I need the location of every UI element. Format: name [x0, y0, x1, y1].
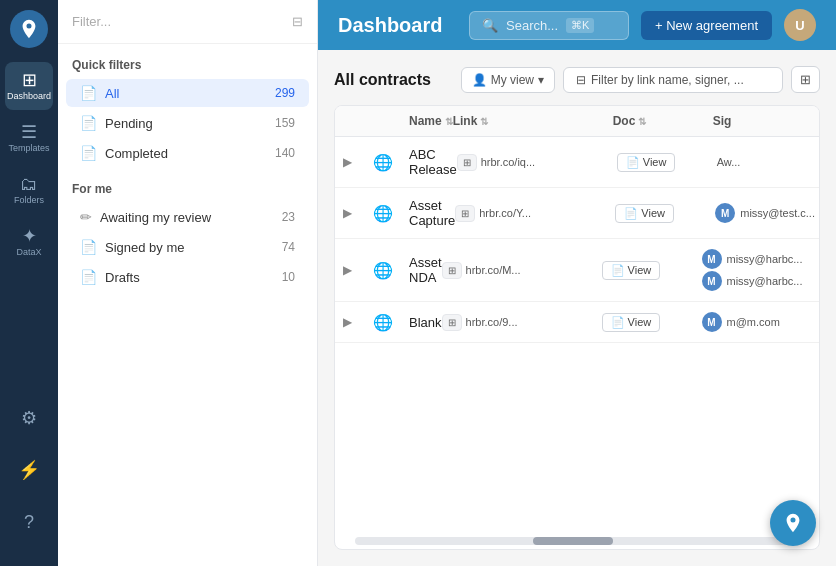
lightning-icon: ⚡ [18, 461, 40, 479]
signer-avatar: M [702, 249, 722, 269]
filter-label: All [105, 86, 267, 101]
filter-label: Awaiting my review [100, 210, 274, 225]
sidebar-item-label: DataX [16, 247, 41, 257]
filter-count: 299 [275, 86, 295, 100]
signer-email: missy@harbc... [727, 275, 803, 287]
col-link: Link ⇅ [453, 114, 613, 128]
table-row[interactable]: ▶ 🌐 Blank ⊞ hrbr.co/9... 📄 View M m@m.co… [335, 302, 819, 343]
table-row[interactable]: ▶ 🌐 Asset Capture ⊞ hrbr.co/Y... 📄 View … [335, 188, 819, 239]
filter-bar: Filter... ⊟ [58, 0, 317, 44]
signed-icon: 📄 [80, 239, 97, 255]
contracts-title: All contracts [334, 71, 431, 89]
filter-count: 140 [275, 146, 295, 160]
filter-pending[interactable]: 📄 Pending 159 [66, 109, 309, 137]
expand-icon[interactable]: ▶ [343, 155, 373, 169]
filter-signed-by-me[interactable]: 📄 Signed by me 74 [66, 233, 309, 261]
filter-link-button[interactable]: ⊟ Filter by link name, signer, ... [563, 67, 783, 93]
scrollbar[interactable] [355, 537, 799, 545]
contract-name: Asset Capture [409, 198, 455, 228]
filter-placeholder: Filter by link name, signer, ... [591, 73, 744, 87]
signer-cell: Aw... [717, 156, 819, 168]
new-agreement-button[interactable]: + New agreement [641, 11, 772, 40]
filter-label: Drafts [105, 270, 274, 285]
sidebar-item-help[interactable]: ? [5, 498, 53, 546]
filter-all[interactable]: 📄 All 299 [66, 79, 309, 107]
expand-icon[interactable]: ▶ [343, 315, 373, 329]
view-doc-button[interactable]: 📄 View [602, 313, 661, 332]
signer-cell: M missy@test.c... [715, 203, 819, 223]
sort-icon[interactable]: ⇅ [445, 116, 453, 127]
signer-cell: M missy@harbc... M missy@harbc... [702, 249, 819, 291]
toolbar: 👤 My view ▾ ⊟ Filter by link name, signe… [461, 66, 820, 93]
drafts-icon: 📄 [80, 269, 97, 285]
expand-icon[interactable]: ▶ [343, 206, 373, 220]
contracts-header: All contracts 👤 My view ▾ ⊟ Filter by li… [334, 66, 820, 93]
filter-icon[interactable]: ⊟ [292, 14, 303, 29]
sidebar-item-datax[interactable]: ✦ DataX [5, 218, 53, 266]
link-icon-button[interactable]: ⊞ [442, 262, 462, 279]
col-name: Name ⇅ [409, 114, 453, 128]
sort-icon[interactable]: ⇅ [638, 116, 646, 127]
filter-completed[interactable]: 📄 Completed 140 [66, 139, 309, 167]
globe-icon: 🌐 [373, 204, 409, 223]
link-icon-button[interactable]: ⊞ [442, 314, 462, 331]
doc-cell: 📄 View [615, 204, 715, 223]
signer-chip: M missy@harbc... [702, 249, 819, 269]
fab-button[interactable] [770, 500, 816, 546]
filter-count: 159 [275, 116, 295, 130]
all-icon: 📄 [80, 85, 97, 101]
col-signer: Sig [713, 114, 820, 128]
top-header: Dashboard 🔍 Search... ⌘K + New agreement… [318, 0, 836, 50]
globe-icon: 🌐 [373, 313, 409, 332]
globe-icon: 🌐 [373, 261, 409, 280]
sidebar-item-integrations[interactable]: ⚡ [5, 446, 53, 494]
completed-icon: 📄 [80, 145, 97, 161]
table-header: Name ⇅ Link ⇅ Doc ⇅ Sig [335, 106, 819, 137]
for-me-title: For me [58, 168, 317, 202]
pending-icon: 📄 [80, 115, 97, 131]
sidebar-item-folders[interactable]: 🗂 Folders [5, 166, 53, 214]
page-title: Dashboard [338, 14, 457, 37]
view-label: My view [491, 73, 534, 87]
signer-text: Aw... [717, 156, 819, 168]
filter-count: 74 [282, 240, 295, 254]
signer-avatar: M [702, 312, 722, 332]
sidebar-item-templates[interactable]: ☰ Templates [5, 114, 53, 162]
filter-label: Completed [105, 146, 267, 161]
datax-icon: ✦ [22, 227, 37, 245]
link-cell: ⊞ hrbr.co/iq... [457, 154, 617, 171]
view-select-button[interactable]: 👤 My view ▾ [461, 67, 555, 93]
filter-input[interactable]: Filter... [72, 14, 292, 29]
user-icon: 👤 [472, 73, 487, 87]
link-icon-button[interactable]: ⊞ [457, 154, 477, 171]
sidebar-item-settings[interactable]: ⚙ [5, 394, 53, 442]
left-panel: Filter... ⊟ Quick filters 📄 All 299 📄 Pe… [58, 0, 318, 566]
grid-view-button[interactable]: ⊞ [791, 66, 820, 93]
scrollbar-thumb [533, 537, 613, 545]
contracts-table: Name ⇅ Link ⇅ Doc ⇅ Sig ▶ [334, 105, 820, 550]
signer-avatar: M [702, 271, 722, 291]
view-doc-button[interactable]: 📄 View [617, 153, 676, 172]
signer-email: missy@harbc... [727, 253, 803, 265]
expand-icon[interactable]: ▶ [343, 263, 373, 277]
sidebar-item-dashboard[interactable]: ⊞ Dashboard [5, 62, 53, 110]
sidebar-bottom: ⚙ ⚡ ? [5, 394, 53, 556]
link-url: hrbr.co/iq... [481, 156, 535, 168]
link-icon-button[interactable]: ⊞ [455, 205, 475, 222]
link-url: hrbr.co/9... [466, 316, 518, 328]
filter-drafts[interactable]: 📄 Drafts 10 [66, 263, 309, 291]
sort-icon[interactable]: ⇅ [480, 116, 488, 127]
filter-label: Pending [105, 116, 267, 131]
app-logo[interactable] [10, 10, 48, 48]
dashboard-icon: ⊞ [22, 71, 37, 89]
filter-awaiting[interactable]: ✏ Awaiting my review 23 [66, 203, 309, 231]
doc-cell: 📄 View [602, 261, 702, 280]
link-url: hrbr.co/M... [466, 264, 521, 276]
table-row[interactable]: ▶ 🌐 ABC Release ⊞ hrbr.co/iq... 📄 View A… [335, 137, 819, 188]
link-cell: ⊞ hrbr.co/9... [442, 314, 602, 331]
table-row[interactable]: ▶ 🌐 Asset NDA ⊞ hrbr.co/M... 📄 View M mi… [335, 239, 819, 302]
search-box[interactable]: 🔍 Search... ⌘K [469, 11, 629, 40]
view-doc-button[interactable]: 📄 View [615, 204, 674, 223]
view-doc-button[interactable]: 📄 View [602, 261, 661, 280]
avatar[interactable]: U [784, 9, 816, 41]
